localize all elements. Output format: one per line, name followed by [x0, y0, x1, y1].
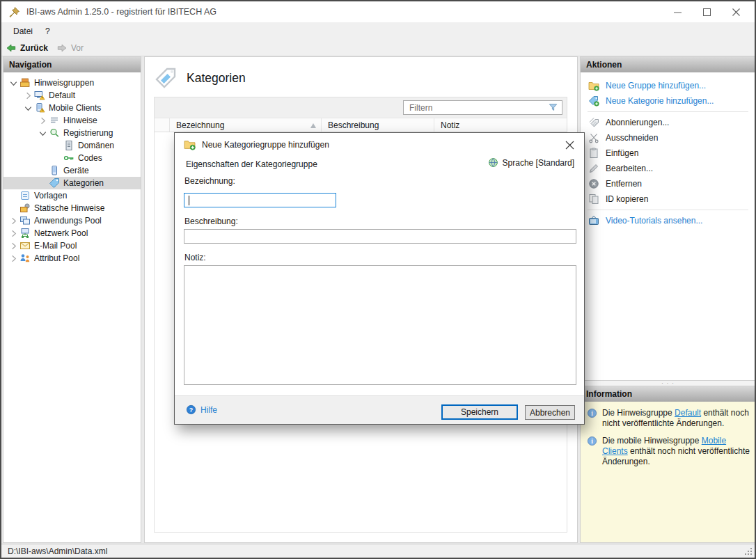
svg-text:?: ?	[189, 407, 193, 414]
pencil-icon	[588, 163, 599, 174]
save-button[interactable]: Speichern	[441, 404, 518, 420]
beschreibung-field[interactable]	[184, 229, 576, 244]
tree-item-anwendungs-pool[interactable]: Anwendungs Pool	[3, 214, 141, 227]
dialog-section-label: Eigenschaften der Kategoriegruppe	[186, 159, 317, 169]
chevron-collapsed-icon[interactable]	[8, 228, 19, 239]
tree-item-geräte[interactable]: Geräte	[3, 164, 141, 177]
tree-item-codes[interactable]: Codes	[3, 152, 141, 164]
column-beschreibung[interactable]: Beschreibung	[322, 118, 434, 132]
tree-item-hinweisgruppen[interactable]: Hinweisgruppen	[3, 77, 141, 89]
filter-input[interactable]	[403, 100, 562, 115]
action-einfügen[interactable]: Einfügen	[581, 145, 755, 161]
cancel-button[interactable]: Abbrechen	[525, 405, 575, 420]
column-notiz[interactable]: Notiz	[434, 118, 567, 132]
back-arrow-icon	[6, 43, 17, 53]
notiz-field[interactable]	[184, 265, 576, 385]
action-ausschneiden[interactable]: Ausschneiden	[581, 130, 755, 145]
monitor-warning-icon	[34, 90, 45, 101]
tree-item-netzwerk-pool[interactable]: Netzwerk Pool	[3, 227, 141, 239]
sort-ascending-icon	[310, 123, 317, 129]
status-bar: D:\IBI-aws\Admin\Data.xml	[1, 544, 755, 558]
action-label: Entfernen	[606, 179, 642, 189]
tree-item-statische-hinweise[interactable]: Statische Hinweise	[3, 202, 141, 214]
actions-separator	[588, 111, 748, 112]
tag-add-icon	[588, 95, 599, 107]
language-label: Sprache [Standard]	[503, 158, 574, 168]
action-label: ID kopieren	[606, 194, 648, 204]
templates-icon	[19, 190, 31, 201]
chevron-collapsed-icon[interactable]	[8, 216, 19, 226]
device-icon	[49, 165, 60, 176]
tree-item-vorlagen[interactable]: Vorlagen	[3, 189, 141, 202]
language-selector[interactable]: Sprache [Standard]	[488, 157, 574, 168]
tree-item-hinweise[interactable]: Hinweise	[3, 114, 141, 127]
menu-item-[interactable]: ?	[39, 22, 56, 40]
tree-item-registrierung[interactable]: Registrierung	[3, 127, 141, 139]
filter-funnel-icon[interactable]	[548, 102, 558, 113]
column-bezeichnung[interactable]: Bezeichnung	[170, 118, 322, 132]
action-entfernen[interactable]: Entfernen	[581, 176, 755, 191]
action-neue-gruppe-hinzufügen[interactable]: Neue Gruppe hinzufügen...	[581, 78, 755, 93]
folder-add-icon	[184, 139, 196, 150]
bezeichnung-field[interactable]	[184, 193, 336, 207]
tree-item-domänen[interactable]: Domänen	[3, 139, 141, 152]
tree-item-label: E-Mail Pool	[34, 241, 77, 251]
paste-icon	[588, 148, 599, 159]
notiz-label: Notiz:	[184, 253, 206, 262]
chevron-collapsed-icon[interactable]	[8, 241, 19, 251]
action-neue-kategorie-hinzufügen[interactable]: Neue Kategorie hinzufügen...	[581, 93, 755, 109]
tree-item-e-mail-pool[interactable]: E-Mail Pool	[3, 239, 141, 252]
minimize-button[interactable]	[663, 1, 692, 22]
information-text: Die Hinweisgruppe Default enthält noch n…	[602, 408, 750, 429]
hints-icon	[49, 115, 60, 126]
actions-list: Neue Gruppe hinzufügen...Neue Kategorie …	[581, 72, 755, 228]
copy-icon	[588, 194, 599, 205]
svg-text:i: i	[591, 410, 593, 417]
chevron-spacer	[38, 178, 48, 189]
close-button[interactable]	[721, 1, 750, 22]
tree-item-mobile-clients[interactable]: Mobile Clients	[3, 102, 141, 114]
tree-item-label: Vorlagen	[34, 191, 67, 200]
action-label: Neue Gruppe hinzufügen...	[606, 81, 706, 90]
chevron-spacer	[8, 191, 19, 201]
globe-icon	[488, 157, 498, 168]
chevron-expanded-icon[interactable]	[8, 78, 19, 88]
action-video-tutorials-ansehen[interactable]: Video-Tutorials ansehen...	[581, 213, 755, 228]
titlebar: IBI-aws Admin 1.25.0 - registriert für I…	[1, 1, 755, 22]
tree-item-label: Kategorien	[63, 178, 104, 188]
chevron-expanded-icon[interactable]	[23, 103, 33, 113]
info-icon: i	[587, 436, 597, 446]
action-bearbeiten[interactable]: Bearbeiten...	[581, 161, 755, 176]
tree-item-label: Attribut Pool	[34, 253, 79, 263]
panel-splitter[interactable]	[580, 381, 756, 386]
tree-item-label: Hinweisgruppen	[34, 78, 94, 88]
information-link[interactable]: Default	[675, 408, 701, 418]
app-window: IBI-aws Admin 1.25.0 - registriert für I…	[0, 0, 756, 559]
chevron-spacer	[52, 141, 63, 151]
column-icon[interactable]	[155, 118, 170, 132]
chevron-collapsed-icon[interactable]	[23, 90, 33, 101]
menu-item-datei[interactable]: Datei	[7, 22, 39, 40]
help-link[interactable]: ? Hilfe	[186, 404, 217, 415]
chevron-collapsed-icon[interactable]	[8, 253, 19, 264]
chevron-expanded-icon[interactable]	[38, 128, 48, 139]
dialog-footer: ? Hilfe Speichern Abbrechen	[175, 395, 584, 424]
maximize-button[interactable]	[692, 1, 721, 22]
tree-item-attribut-pool[interactable]: Attribut Pool	[3, 252, 141, 265]
back-button[interactable]: Zurück	[6, 43, 48, 53]
information-item: iDie Hinweisgruppe Default enthält noch …	[581, 402, 755, 430]
add-category-group-dialog: Neue Kategoriegruppe hinzufügen Eigensch…	[174, 132, 585, 425]
action-abonnierungen[interactable]: Abonnierungen...	[581, 115, 755, 130]
tree-item-kategorien[interactable]: Kategorien	[3, 177, 141, 189]
app-pool-icon	[19, 215, 31, 226]
tree-item-default[interactable]: Default	[3, 89, 141, 102]
tree-item-label: Registrierung	[63, 128, 113, 138]
resize-grip-icon[interactable]	[745, 548, 753, 556]
tag-icon	[49, 178, 60, 189]
dialog-close-icon[interactable]	[562, 139, 576, 151]
text-caret	[189, 196, 189, 205]
forward-button[interactable]: Vor	[56, 43, 84, 53]
chevron-collapsed-icon[interactable]	[38, 116, 48, 126]
action-id-kopieren[interactable]: ID kopieren	[581, 191, 755, 207]
action-label: Neue Kategorie hinzufügen...	[606, 96, 714, 106]
